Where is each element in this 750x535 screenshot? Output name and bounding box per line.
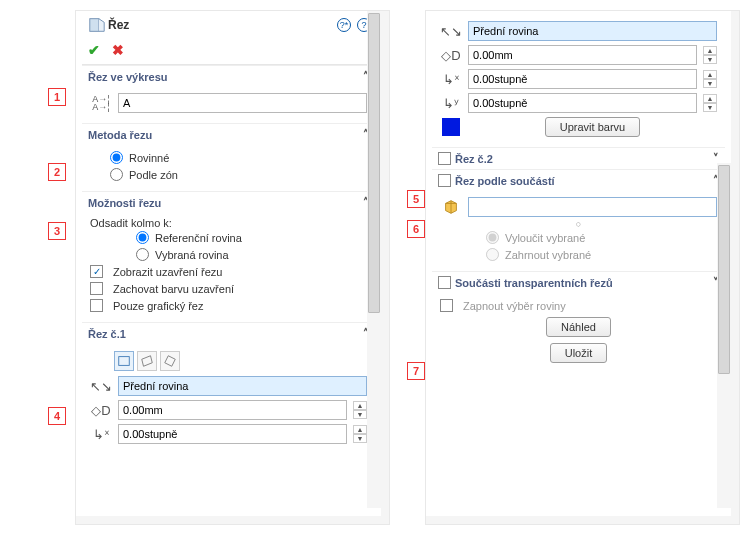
angle-x-input-r[interactable] bbox=[468, 69, 697, 89]
angle-x-spinner[interactable]: ▲▼ bbox=[353, 425, 367, 443]
angle-x-input[interactable] bbox=[118, 424, 347, 444]
cancel-button[interactable]: ✖ bbox=[112, 42, 124, 58]
plane-front-icon[interactable] bbox=[114, 351, 134, 371]
show-closure-label: Zobrazit uzavření řezu bbox=[113, 266, 222, 278]
components-input[interactable] bbox=[468, 197, 717, 217]
method-zones-radio[interactable] bbox=[110, 168, 123, 181]
show-closure-checkbox[interactable] bbox=[90, 265, 103, 278]
ok-button[interactable]: ✔ bbox=[88, 42, 100, 58]
section-method-header[interactable]: Metoda řezu˄ bbox=[82, 123, 375, 145]
section-cut1-header[interactable]: Řez č.1˄ bbox=[82, 322, 375, 344]
panel-title: Řez bbox=[108, 18, 337, 32]
include-label: Zahrnout vybrané bbox=[505, 249, 591, 261]
callout-3: 3 bbox=[48, 222, 66, 240]
offset-spinner-r[interactable]: ▲▼ bbox=[703, 46, 717, 64]
byparts-checkbox[interactable] bbox=[438, 174, 451, 187]
save-button[interactable]: Uložit bbox=[550, 343, 608, 363]
section-byparts-header[interactable]: Řez podle součástí˄ bbox=[432, 169, 725, 191]
resize-grip[interactable]: ○ bbox=[440, 219, 717, 229]
plane-input[interactable] bbox=[118, 376, 367, 396]
offset-ref-radio[interactable] bbox=[136, 231, 149, 244]
callout-7: 7 bbox=[407, 362, 425, 380]
offset-distance-icon: ◇D bbox=[440, 48, 462, 63]
callout-6: 6 bbox=[407, 220, 425, 238]
section-view-icon bbox=[86, 16, 108, 34]
offset-ref-label: Referenční rovina bbox=[155, 232, 242, 244]
callout-2: 2 bbox=[48, 163, 66, 181]
offset-spinner[interactable]: ▲▼ bbox=[353, 401, 367, 419]
callout-1: 1 bbox=[48, 88, 66, 106]
offset-sel-radio[interactable] bbox=[136, 248, 149, 261]
scrollbar-left[interactable] bbox=[367, 11, 381, 508]
preview-button[interactable]: Náhled bbox=[546, 317, 611, 337]
section-transparent-header[interactable]: Součásti transparentních řezů˅ bbox=[432, 271, 725, 293]
plane-select-label: Zapnout výběr roviny bbox=[463, 300, 566, 312]
exclude-label: Vyloučit vybrané bbox=[505, 232, 585, 244]
graphic-only-checkbox[interactable] bbox=[90, 299, 103, 312]
section-options-header[interactable]: Možnosti řezu˄ bbox=[82, 191, 375, 213]
offset-label: Odsadit kolmo k: bbox=[90, 217, 367, 229]
scrollbar-right[interactable] bbox=[717, 163, 731, 509]
edit-color-button[interactable]: Upravit barvu bbox=[545, 117, 640, 137]
reverse-icon[interactable]: ↖↘ bbox=[440, 24, 462, 39]
method-zones-label: Podle zón bbox=[129, 169, 178, 181]
plane-input-r[interactable] bbox=[468, 21, 717, 41]
callout-4: 4 bbox=[48, 407, 66, 425]
svg-rect-0 bbox=[90, 19, 99, 32]
angle-x-spinner-r[interactable]: ▲▼ bbox=[703, 70, 717, 88]
components-icon bbox=[440, 198, 462, 216]
method-planar-label: Rovinné bbox=[129, 152, 169, 164]
angle-x-icon: ↳ˣ bbox=[90, 427, 112, 442]
callout-5: 5 bbox=[407, 190, 425, 208]
color-swatch[interactable] bbox=[442, 118, 460, 136]
section-cut2-header[interactable]: Řez č.2˅ bbox=[432, 147, 725, 169]
keep-color-checkbox[interactable] bbox=[90, 282, 103, 295]
graphic-only-label: Pouze grafický řez bbox=[113, 300, 203, 312]
offset-distance-icon: ◇D bbox=[90, 403, 112, 418]
help-dynamic-icon[interactable]: ?* bbox=[337, 18, 351, 32]
transparent-checkbox[interactable] bbox=[438, 276, 451, 289]
offset-input-r[interactable] bbox=[468, 45, 697, 65]
reverse-icon[interactable]: ↖↘ bbox=[90, 379, 112, 394]
offset-input[interactable] bbox=[118, 400, 347, 420]
angle-y-input[interactable] bbox=[468, 93, 697, 113]
method-planar-radio[interactable] bbox=[110, 151, 123, 164]
cut2-checkbox[interactable] bbox=[438, 152, 451, 165]
offset-sel-label: Vybraná rovina bbox=[155, 249, 229, 261]
section-drawing-header[interactable]: Řez ve výkresu˄ bbox=[82, 65, 375, 87]
include-radio bbox=[486, 248, 499, 261]
exclude-radio bbox=[486, 231, 499, 244]
plane-right-icon[interactable] bbox=[160, 351, 180, 371]
keep-color-label: Zachovat barvu uzavření bbox=[113, 283, 234, 295]
section-label-input[interactable] bbox=[118, 93, 367, 113]
angle-x-icon: ↳ˣ bbox=[440, 72, 462, 87]
svg-rect-1 bbox=[119, 357, 130, 366]
angle-y-icon: ↳ʸ bbox=[440, 96, 462, 111]
plane-select-checkbox[interactable] bbox=[440, 299, 453, 312]
plane-top-icon[interactable] bbox=[137, 351, 157, 371]
section-line-icon: A→¦A→¦ bbox=[90, 95, 112, 111]
angle-y-spinner[interactable]: ▲▼ bbox=[703, 94, 717, 112]
